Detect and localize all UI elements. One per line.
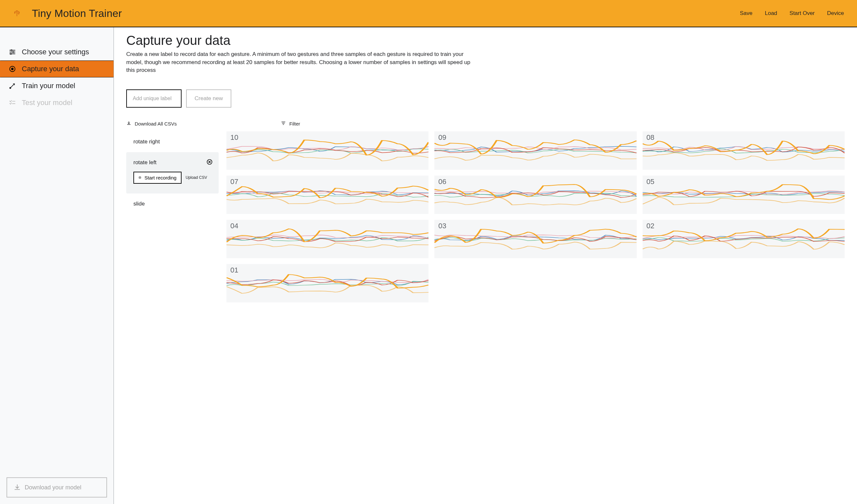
- delete-label-button[interactable]: [206, 159, 213, 167]
- download-model-label: Download your model: [25, 484, 81, 491]
- sample-number: 02: [646, 222, 654, 230]
- sample-thumbnail[interactable]: 10: [226, 132, 428, 170]
- sample-number: 06: [438, 177, 446, 186]
- sample-number: 10: [230, 133, 238, 142]
- sample-thumbnail[interactable]: 06: [434, 176, 636, 214]
- layout: Choose your settings Capture your data T…: [0, 27, 857, 504]
- sidebar-item-label: Train your model: [22, 82, 75, 90]
- sample-thumbnail[interactable]: 03: [434, 220, 636, 258]
- label-card-rotate-left[interactable]: rotate left Start recording Upload CSV: [126, 152, 219, 193]
- sidebar-item-test-model: Test your model: [0, 94, 114, 111]
- svg-point-1: [11, 50, 12, 51]
- svg-point-3: [13, 51, 14, 53]
- svg-point-5: [11, 53, 12, 55]
- close-circle-icon: [206, 161, 213, 166]
- sample-number: 01: [230, 266, 238, 275]
- sidebar-item-choose-settings[interactable]: Choose your settings: [0, 44, 114, 60]
- create-new-button[interactable]: Create new: [186, 89, 231, 108]
- download-model-button[interactable]: Download your model: [6, 477, 107, 498]
- label-card-slide[interactable]: slide: [126, 193, 219, 214]
- sidebar-item-train-model[interactable]: Train your model: [0, 77, 114, 94]
- sample-number: 04: [230, 222, 238, 230]
- sample-thumbnail[interactable]: 01: [226, 264, 428, 302]
- nav-device[interactable]: Device: [827, 10, 844, 17]
- sample-thumbnail[interactable]: 02: [643, 220, 845, 258]
- start-recording-label: Start recording: [145, 175, 177, 180]
- start-recording-button[interactable]: Start recording: [133, 172, 182, 184]
- sidebar-item-label: Test your model: [22, 99, 72, 107]
- sliders-icon: [9, 49, 16, 56]
- page-title: Capture your data: [126, 33, 845, 48]
- sample-thumbnail[interactable]: 05: [643, 176, 845, 214]
- download-all-csvs[interactable]: Download All CSVs: [126, 121, 177, 127]
- label-card-rotate-right[interactable]: rotate right: [126, 132, 219, 152]
- upload-csv-link[interactable]: Upload CSV: [185, 175, 207, 180]
- sample-thumbnail[interactable]: 04: [226, 220, 428, 258]
- record-dot-icon: [139, 176, 141, 179]
- sample-number: 07: [230, 177, 238, 186]
- samples-column: 10 09 08 07: [226, 132, 845, 302]
- sample-thumbnail[interactable]: 07: [226, 176, 428, 214]
- sidebar-item-label: Choose your settings: [22, 48, 89, 56]
- download-icon: [126, 121, 132, 127]
- labels-column: rotate right rotate left Start recordi: [126, 132, 219, 214]
- nav-start-over[interactable]: Start Over: [790, 10, 815, 17]
- samples-grid: 10 09 08 07: [226, 132, 845, 302]
- label-name: rotate left: [133, 159, 212, 166]
- nav-load[interactable]: Load: [765, 10, 777, 17]
- checklist-icon: [9, 99, 16, 106]
- label-name: slide: [133, 201, 212, 207]
- download-icon: [14, 484, 21, 491]
- record-icon: [9, 65, 16, 72]
- label-input[interactable]: [126, 89, 182, 108]
- filter-icon: [281, 121, 286, 127]
- sidebar-footer: Download your model: [0, 471, 114, 504]
- sidebar-item-label: Capture your data: [22, 65, 79, 73]
- sample-number: 05: [646, 177, 654, 186]
- brand: Tiny Motion Trainer: [9, 5, 122, 21]
- filter[interactable]: Filter: [281, 121, 300, 127]
- main: Capture your data Create a new label to …: [114, 27, 857, 504]
- content: rotate right rotate left Start recordi: [126, 132, 845, 302]
- sidebar-item-capture-data[interactable]: Capture your data: [0, 60, 114, 77]
- toolbar: Download All CSVs Filter: [126, 121, 845, 127]
- label-name: rotate right: [133, 139, 212, 145]
- sample-number: 08: [646, 133, 654, 142]
- sidebar: Choose your settings Capture your data T…: [0, 27, 114, 504]
- download-all-label: Download All CSVs: [135, 121, 177, 126]
- svg-point-8: [10, 87, 11, 89]
- sample-number: 03: [438, 222, 446, 230]
- record-row: Start recording Upload CSV: [133, 172, 212, 184]
- topbar: Tiny Motion Trainer Save Load Start Over…: [0, 0, 857, 27]
- sample-number: 09: [438, 133, 446, 142]
- nav-save[interactable]: Save: [740, 10, 753, 17]
- sample-thumbnail[interactable]: 09: [434, 132, 636, 170]
- svg-point-7: [11, 68, 13, 70]
- filter-label: Filter: [289, 121, 300, 126]
- sample-thumbnail[interactable]: 08: [643, 132, 845, 170]
- train-icon: [9, 82, 16, 89]
- page-description: Create a new label to record data for ea…: [126, 50, 471, 74]
- app-title: Tiny Motion Trainer: [32, 7, 122, 19]
- label-row: Create new: [126, 89, 845, 108]
- top-links: Save Load Start Over Device: [740, 10, 844, 17]
- tensorflow-logo-icon: [9, 5, 25, 21]
